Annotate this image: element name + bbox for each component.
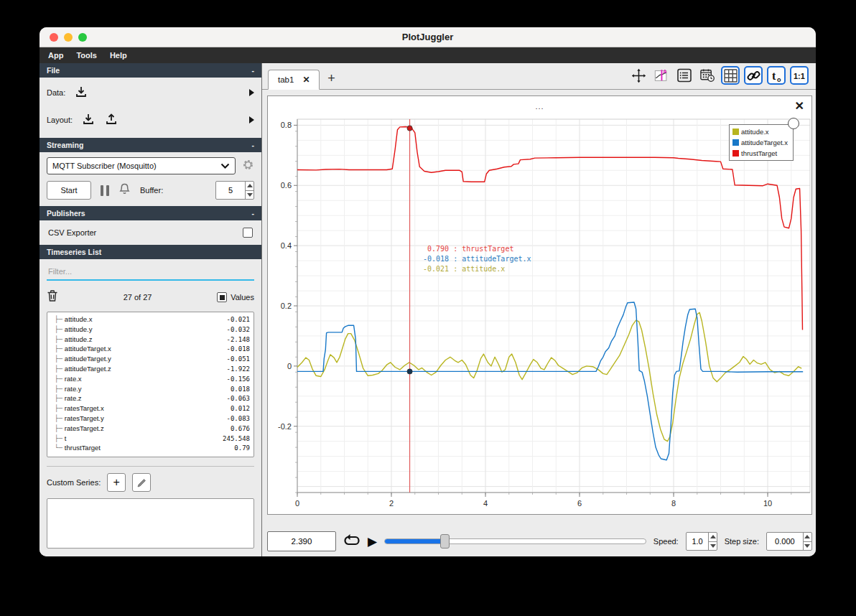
section-header-publishers[interactable]: Publishers - [39, 206, 261, 220]
timeseries-row[interactable]: ├─attitude.z-2.148 [55, 335, 250, 345]
timeseries-name[interactable]: thrustTarget [65, 444, 101, 452]
values-checkbox[interactable] [217, 292, 227, 302]
add-tab-button[interactable]: + [320, 67, 343, 89]
timeseries-name[interactable]: t [65, 434, 67, 442]
buffer-decrement-button[interactable] [246, 191, 253, 200]
slider-handle[interactable] [440, 534, 450, 549]
speed-decrement-button[interactable] [709, 542, 716, 551]
tab-close-icon[interactable]: ✕ [302, 75, 310, 85]
pause-icon[interactable] [101, 185, 109, 196]
ratio-1-1-button[interactable]: 1:1 [790, 66, 809, 85]
speed-increment-button[interactable] [709, 533, 716, 542]
edit-plot-button[interactable]: A [652, 66, 671, 85]
add-custom-series-button[interactable]: + [107, 473, 126, 492]
start-streaming-button[interactable]: Start [47, 181, 91, 200]
current-time-input[interactable] [268, 532, 335, 551]
minimize-window-button[interactable] [64, 33, 73, 42]
filter-input[interactable] [47, 266, 254, 281]
menu-item-app[interactable]: App [48, 51, 63, 60]
load-layout-icon[interactable] [81, 112, 96, 128]
timeseries-name[interactable]: attitudeTarget.y [65, 355, 111, 363]
csv-exporter-checkbox[interactable] [243, 228, 253, 238]
custom-series-list[interactable] [47, 498, 254, 549]
timeseries-name[interactable]: attitudeTarget.z [65, 365, 111, 373]
section-header-file[interactable]: File - [39, 63, 261, 78]
current-time-box[interactable] [267, 531, 336, 551]
timeseries-row[interactable]: ├─rate.y0.018 [55, 385, 250, 395]
tab-tab1[interactable]: tab1 ✕ [268, 70, 320, 90]
time-offset-button[interactable]: t o [767, 66, 786, 85]
speed-input[interactable] [687, 533, 709, 550]
plot-legend[interactable]: attitude.xattitudeTarget.xthrustTarget [729, 124, 794, 161]
timeseries-row[interactable]: ├─t245.548 [55, 434, 250, 444]
timeseries-name[interactable]: ratesTarget.z [65, 424, 104, 432]
timeseries-value: 245.548 [223, 435, 250, 442]
section-header-streaming[interactable]: Streaming - [39, 138, 261, 152]
timeseries-value: -1.922 [226, 365, 250, 373]
legend-label: attitude.x [741, 128, 769, 136]
timeseries-row[interactable]: ├─ratesTarget.y-0.083 [55, 414, 250, 424]
svg-text:8: 8 [671, 499, 676, 508]
timeseries-row[interactable]: └─thrustTarget0.79 [55, 444, 250, 454]
step-decrement-button[interactable] [804, 542, 811, 551]
loop-button[interactable] [343, 533, 360, 549]
timeseries-name[interactable]: rate.z [65, 394, 82, 402]
toggle-grid-button[interactable] [721, 66, 740, 85]
step-size-spinbox[interactable] [766, 532, 812, 551]
timeseries-row[interactable]: ├─rate.x-0.156 [55, 375, 250, 385]
streaming-settings-gear-icon[interactable] [242, 159, 254, 174]
legend-item[interactable]: attitudeTarget.x [732, 139, 788, 146]
menu-item-tools[interactable]: Tools [76, 51, 97, 60]
section-header-timeseries[interactable]: Timeseries List [39, 245, 261, 259]
play-button[interactable]: ▶ [368, 536, 377, 548]
collapse-icon[interactable]: - [252, 66, 255, 75]
buffer-input[interactable] [216, 182, 245, 199]
timeseries-name[interactable]: attitudeTarget.x [65, 345, 111, 353]
load-data-icon[interactable] [74, 85, 88, 101]
plot-close-icon[interactable]: ✕ [795, 99, 804, 113]
timeseries-name[interactable]: ratesTarget.y [65, 414, 104, 422]
streaming-source-select[interactable]: MQTT Subscriber (Mosquitto) [47, 157, 236, 174]
step-increment-button[interactable] [804, 533, 811, 542]
buffer-increment-button[interactable] [246, 182, 253, 191]
step-size-label: Step size: [725, 537, 759, 546]
timeseries-name[interactable]: attitude.x [65, 315, 93, 323]
timeseries-row[interactable]: ├─attitudeTarget.z-1.922 [55, 365, 250, 375]
menu-item-help[interactable]: Help [110, 51, 127, 60]
timeseries-list[interactable]: ├─attitude.x-0.021├─attitude.y-0.032├─at… [47, 312, 254, 457]
notifications-bell-icon[interactable] [118, 182, 131, 198]
trash-icon[interactable] [47, 289, 58, 305]
timeseries-row[interactable]: ├─attitudeTarget.x-0.018 [55, 345, 250, 355]
link-axes-button[interactable] [744, 66, 763, 85]
timeseries-row[interactable]: ├─rate.z-0.063 [55, 394, 250, 404]
datetime-button[interactable] [698, 66, 717, 85]
pan-zoom-button[interactable] [629, 66, 648, 85]
step-size-input[interactable] [767, 533, 803, 550]
timeseries-name[interactable]: attitude.y [65, 325, 93, 333]
timeseries-row[interactable]: ├─attitudeTarget.y-0.051 [55, 355, 250, 365]
legend-handle[interactable] [788, 118, 799, 129]
timeseries-name[interactable]: rate.y [65, 385, 82, 393]
save-layout-icon[interactable] [104, 112, 118, 128]
collapse-icon[interactable]: - [252, 141, 255, 149]
timeseries-row[interactable]: ├─attitude.x-0.021 [55, 315, 250, 325]
legend-item[interactable]: thrustTarget [732, 149, 788, 157]
timeseries-row[interactable]: ├─ratesTarget.z0.676 [55, 424, 250, 434]
buffer-spinbox[interactable] [215, 181, 254, 200]
speed-spinbox[interactable] [686, 532, 717, 551]
edit-custom-series-button[interactable] [132, 473, 151, 492]
legend-item[interactable]: attitude.x [732, 128, 788, 136]
timeseries-name[interactable]: rate.x [65, 375, 82, 383]
data-menu-arrow-icon[interactable] [249, 89, 254, 96]
curve-list-button[interactable] [675, 66, 694, 85]
maximize-window-button[interactable] [78, 33, 87, 42]
timeseries-name[interactable]: ratesTarget.x [65, 404, 104, 412]
plot-area[interactable]: 0.80.60.40.20-0.20246810 ... ✕ attitude.… [267, 95, 812, 515]
time-slider[interactable] [384, 534, 646, 549]
collapse-icon[interactable]: - [252, 209, 255, 218]
close-window-button[interactable] [50, 33, 58, 42]
timeseries-name[interactable]: attitude.z [65, 335, 93, 343]
layout-menu-arrow-icon[interactable] [249, 116, 254, 123]
timeseries-row[interactable]: ├─attitude.y-0.032 [55, 325, 250, 335]
timeseries-row[interactable]: ├─ratesTarget.x0.012 [55, 404, 250, 414]
